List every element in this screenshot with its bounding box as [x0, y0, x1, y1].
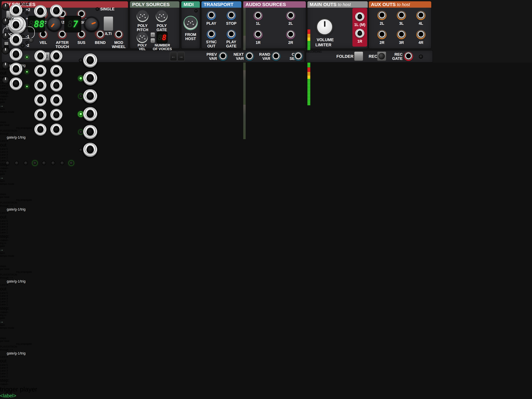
modwheel-jack[interactable]: [114, 30, 123, 39]
single-multi-switch[interactable]: [103, 16, 113, 31]
poly-pitch-din[interactable]: [137, 10, 148, 22]
voices-display: 88: [156, 32, 168, 43]
tempo-mode-switch[interactable]: [0, 185, 11, 193]
rec-button[interactable]: [377, 51, 386, 61]
folder-button[interactable]: [354, 51, 363, 61]
sample-out-l-jack-5[interactable]: [34, 65, 46, 77]
variation-prev-arrow-button[interactable]: ←: [170, 52, 177, 61]
bend-jack[interactable]: [96, 30, 105, 39]
mix-out-l-jack[interactable]: [34, 5, 47, 18]
rand-var-jack[interactable]: [271, 52, 281, 61]
steps-knob[interactable]: [84, 17, 99, 31]
tempo-mode-switch[interactable]: [0, 329, 11, 337]
buf-knob[interactable]: [29, 38, 33, 43]
module-name-label[interactable]: <label>: [0, 383, 30, 386]
sample-out-r-jack-3[interactable]: [50, 94, 62, 106]
octave-led--2[interactable]: [21, 44, 25, 48]
aux-2r-jack[interactable]: [377, 30, 386, 39]
sample-volume-knob[interactable]: [2, 18, 9, 25]
tempo-mode-switch[interactable]: [0, 257, 11, 265]
lane-label: Lane 5: [0, 364, 532, 367]
play-gate-jack[interactable]: [227, 30, 236, 39]
voices-down-button[interactable]: ↓: [150, 38, 155, 43]
next-var-label: NEXT VAR: [228, 52, 244, 61]
prev-var-label: PREV VAR: [202, 52, 217, 61]
mix-out-r-jack[interactable]: [50, 5, 63, 17]
sample-volume-knob[interactable]: [2, 47, 9, 54]
sample-trig-in-jack-6[interactable]: [10, 77, 22, 90]
sample-out-r-jack-2[interactable]: [50, 109, 62, 121]
from-host-din[interactable]: [184, 17, 197, 29]
sample-out-r-jack-1[interactable]: [50, 124, 62, 136]
bend-label: BEND: [92, 41, 108, 45]
sample-trig-in-jack-1[interactable]: [10, 4, 22, 17]
gate-mode-label: gate/g-1/trig: [0, 207, 25, 211]
aux-3l-jack[interactable]: [397, 11, 406, 20]
lane-label: Lane 1: [0, 303, 532, 306]
volume-knob[interactable]: [316, 18, 334, 36]
sample-trig-in-jack-4[interactable]: [10, 48, 22, 61]
module-name-label[interactable]: <label>: [0, 239, 30, 242]
aux-3l-label: 3L: [393, 21, 409, 25]
sample-out-l-jack-3[interactable]: [34, 94, 46, 106]
lane5-out-jack[interactable]: [83, 71, 97, 85]
lane6-out-jack[interactable]: [83, 53, 97, 68]
sample-volume-knob[interactable]: [2, 3, 9, 10]
aux-4r-jack[interactable]: [416, 30, 425, 39]
sample-out-l-jack-6[interactable]: [34, 50, 46, 62]
sample-trig-in-jack-3[interactable]: [10, 33, 22, 46]
aux-2l-jack[interactable]: [377, 11, 386, 20]
tempo-mode-label: tempo mode: [0, 327, 532, 329]
play-jack[interactable]: [207, 11, 216, 20]
prev-var-jack[interactable]: [218, 52, 228, 61]
lane3-out-jack[interactable]: [83, 107, 97, 121]
poly-vel-din[interactable]: [137, 32, 148, 43]
sample-volume-knob[interactable]: [2, 32, 9, 40]
lane1-out-jack[interactable]: [83, 143, 97, 157]
sample-volume-knob[interactable]: [2, 76, 9, 84]
voices-up-button[interactable]: ↑: [150, 32, 155, 37]
aux-4l-jack[interactable]: [416, 11, 425, 20]
steps-title: steps: [0, 265, 532, 268]
bpm-knob[interactable]: [47, 16, 62, 31]
audio-2l-jack[interactable]: [286, 11, 295, 20]
next-var-jack[interactable]: [245, 52, 254, 61]
module-title: PLAYERTRON: [0, 345, 532, 348]
tempo-mode-switch[interactable]: [0, 114, 11, 121]
module-name-label[interactable]: <label>: [0, 95, 30, 98]
rec-gate-jack[interactable]: [404, 52, 413, 61]
lane2-out-jack[interactable]: [83, 125, 97, 139]
lane-label: Lane 6: [0, 284, 532, 286]
poly-vel-label: POLY VEL: [134, 43, 150, 51]
trigger-player-name-label[interactable]: <label>: [0, 393, 532, 399]
sample-out-l-jack-2[interactable]: [34, 109, 46, 121]
out-label: out: [0, 358, 532, 364]
main-out-1r-jack[interactable]: [355, 29, 364, 38]
stop-jack[interactable]: [227, 11, 236, 20]
lane-label: Lane 2: [0, 228, 532, 231]
sequencer-module-3: trig ingate→bpm888tempo modestepsper bea…: [0, 170, 532, 242]
sample-out-l-jack-1[interactable]: [34, 124, 46, 136]
main-out-1l-jack[interactable]: [355, 12, 364, 21]
lane-label: Lane 1: [0, 375, 532, 378]
module-name-label[interactable]: <label>: [0, 311, 30, 314]
cv-sel-jack[interactable]: [294, 52, 303, 61]
aux-3r-jack[interactable]: [397, 30, 406, 39]
aftertouch-label: AFTER TOUCH: [53, 41, 71, 49]
variation-next-arrow-button[interactable]: →: [177, 52, 185, 61]
sample-out-l-jack-4[interactable]: [34, 79, 46, 92]
sample-out-r-jack-6[interactable]: [50, 50, 62, 62]
audio-2r-jack[interactable]: [286, 30, 295, 39]
module-name-label[interactable]: <label>: [0, 167, 30, 170]
sync-out-jack[interactable]: [207, 30, 216, 39]
sample-out-r-jack-5[interactable]: [50, 65, 62, 77]
sample-volume-knob[interactable]: [2, 62, 9, 69]
audio-1l-jack[interactable]: [253, 11, 263, 20]
plug-purple[interactable]: [13, 21, 21, 29]
sample-out-r-jack-4[interactable]: [50, 79, 62, 92]
poly-gate-din[interactable]: [156, 10, 168, 22]
trig-propagate-label: trig propogate: [0, 271, 32, 273]
audio-1r-jack[interactable]: [253, 30, 263, 39]
sample-trig-in-jack-5[interactable]: [10, 63, 22, 76]
from-host-label: FROM HOST: [183, 32, 199, 41]
